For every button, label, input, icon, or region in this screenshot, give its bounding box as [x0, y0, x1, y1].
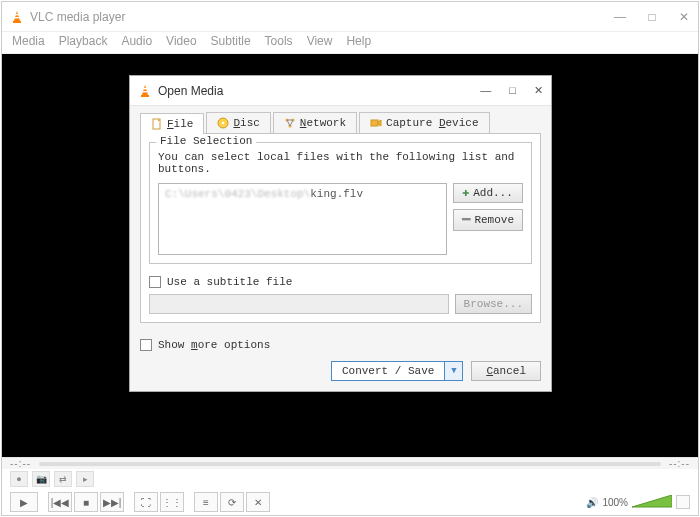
prev-button[interactable]: |◀◀ [48, 492, 72, 512]
close-button[interactable]: ✕ [678, 10, 690, 24]
play-button[interactable]: ▶ [10, 492, 38, 512]
ext-settings-button[interactable]: ⋮⋮ [160, 492, 184, 512]
volume-slider[interactable] [632, 495, 672, 509]
snapshot-icon[interactable]: 📷 [32, 471, 50, 487]
svg-marker-6 [142, 85, 148, 95]
dialog-maximize-button[interactable]: □ [509, 84, 516, 97]
tab-disc[interactable]: Disc [206, 112, 270, 133]
file-icon [151, 118, 163, 130]
svg-line-19 [290, 120, 293, 126]
dialog-footer: Show more options Convert / Save ▼ Cance… [130, 333, 551, 391]
minimize-button[interactable]: — [614, 10, 626, 24]
playlist-button[interactable]: ≡ [194, 492, 218, 512]
disc-icon [217, 117, 229, 129]
tab-file[interactable]: File [140, 113, 204, 134]
dialog-titlebar: Open Media — □ ✕ [130, 76, 551, 106]
open-media-dialog: Open Media — □ ✕ File Disc Network Captu… [129, 75, 552, 392]
tab-capture-device[interactable]: Capture Device [359, 112, 489, 133]
frame-step-icon[interactable]: ▸ [76, 471, 94, 487]
menubar: Media Playback Audio Video Subtitle Tool… [2, 32, 698, 54]
playback-controls: ▶ |◀◀ ■ ▶▶| ⛶ ⋮⋮ ≡ ⟳ ✕ 🔊 100% [2, 489, 698, 515]
elapsed-time: --:-- [10, 458, 31, 469]
svg-rect-7 [141, 95, 149, 97]
plus-icon: ✚ [462, 187, 469, 199]
svg-rect-3 [15, 17, 20, 18]
dialog-minimize-button[interactable]: — [480, 84, 491, 97]
file-selection-legend: File Selection [156, 135, 256, 147]
add-button[interactable]: ✚Add... [453, 183, 523, 203]
app-title: VLC media player [30, 10, 614, 24]
svg-rect-20 [371, 120, 378, 126]
dialog-title: Open Media [158, 84, 480, 98]
volume-control: 🔊 100% [586, 495, 690, 509]
network-icon [284, 117, 296, 129]
subtitle-checkbox-row: Use a subtitle file [149, 276, 532, 288]
file-selection-frame: File Selection You can select local file… [149, 142, 532, 264]
atob-icon[interactable]: ⇄ [54, 471, 72, 487]
svg-marker-0 [14, 11, 20, 21]
dialog-window-controls: — □ ✕ [480, 84, 543, 97]
fullscreen-button[interactable]: ⛶ [134, 492, 158, 512]
record-icon[interactable]: ● [10, 471, 28, 487]
menu-audio[interactable]: Audio [121, 34, 152, 51]
maximize-button[interactable]: □ [646, 10, 658, 24]
menu-media[interactable]: Media [12, 34, 45, 51]
volume-mute-box[interactable] [676, 495, 690, 509]
svg-rect-1 [13, 21, 21, 23]
capture-icon [370, 117, 382, 129]
minus-icon: ━ [462, 213, 470, 227]
menu-help[interactable]: Help [346, 34, 371, 51]
window-controls: — □ ✕ [614, 10, 690, 24]
mini-toolbar: ● 📷 ⇄ ▸ [2, 469, 698, 489]
tab-network[interactable]: Network [273, 112, 357, 133]
subtitle-label: Use a subtitle file [167, 276, 292, 288]
dialog-close-button[interactable]: ✕ [534, 84, 543, 97]
shuffle-button[interactable]: ✕ [246, 492, 270, 512]
menu-tools[interactable]: Tools [265, 34, 293, 51]
convert-save-splitbutton[interactable]: Convert / Save ▼ [331, 361, 463, 381]
svg-rect-9 [143, 91, 148, 92]
file-list-entry[interactable]: C:\Users\0423\Desktop\king.flv [165, 188, 440, 200]
svg-rect-2 [15, 14, 19, 15]
stop-button[interactable]: ■ [74, 492, 98, 512]
seek-bar-row: --:-- --:-- [2, 457, 698, 469]
svg-rect-8 [143, 88, 147, 89]
file-selection-hint: You can select local files with the foll… [158, 151, 523, 175]
subtitle-checkbox[interactable] [149, 276, 161, 288]
loop-button[interactable]: ⟳ [220, 492, 244, 512]
cancel-button[interactable]: Cancel [471, 361, 541, 381]
speaker-icon[interactable]: 🔊 [586, 497, 598, 508]
convert-save-button[interactable]: Convert / Save [331, 361, 445, 381]
menu-view[interactable]: View [307, 34, 333, 51]
total-time: --:-- [669, 458, 690, 469]
vlc-cone-icon [10, 10, 24, 24]
browse-button: Browse... [455, 294, 532, 314]
file-list[interactable]: C:\Users\0423\Desktop\king.flv [158, 183, 447, 255]
subtitle-path-input [149, 294, 449, 314]
tab-body-file: File Selection You can select local file… [140, 133, 541, 323]
vlc-cone-icon [138, 84, 152, 98]
menu-video[interactable]: Video [166, 34, 196, 51]
convert-save-dropdown[interactable]: ▼ [445, 361, 463, 381]
menu-playback[interactable]: Playback [59, 34, 108, 51]
show-more-label: Show more options [158, 339, 270, 351]
main-titlebar: VLC media player — □ ✕ [2, 2, 698, 32]
next-button[interactable]: ▶▶| [100, 492, 124, 512]
show-more-row: Show more options [140, 339, 541, 351]
volume-percent: 100% [602, 497, 628, 508]
remove-button[interactable]: ━Remove [453, 209, 523, 231]
svg-point-13 [222, 122, 225, 125]
svg-line-18 [287, 120, 290, 126]
tabstrip: File Disc Network Capture Device [130, 106, 551, 133]
menu-subtitle[interactable]: Subtitle [211, 34, 251, 51]
show-more-checkbox[interactable] [140, 339, 152, 351]
seek-slider[interactable] [39, 462, 661, 466]
